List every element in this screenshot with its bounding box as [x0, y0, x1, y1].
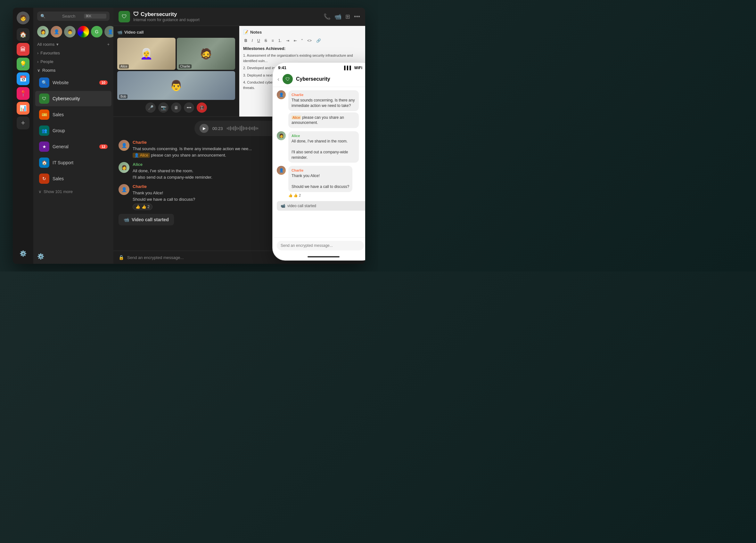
it-support-room-icon: 🏠 [39, 158, 49, 168]
general-badge: 12 [99, 144, 108, 149]
show-more-btn[interactable]: ∨ Show 101 more [33, 187, 113, 197]
contact-avatar-3[interactable]: 👨 [64, 26, 76, 37]
cam-btn[interactable]: 📷 [158, 103, 168, 113]
outdent-btn[interactable]: ⇤ [292, 38, 298, 44]
list-btn[interactable]: ≡ [270, 38, 275, 44]
underline-btn[interactable]: U [256, 38, 261, 44]
reaction-thumbs-up[interactable]: 👍 👍 2 [133, 204, 152, 210]
play-btn[interactable]: ▶ [200, 124, 209, 133]
contact-avatar-2[interactable]: 👤 [51, 26, 62, 37]
ordered-list-btn[interactable]: 1. [277, 38, 283, 44]
add-room-btn[interactable]: + [107, 42, 110, 47]
favourites-label: Favourites [40, 51, 60, 55]
charlie-text-1: That sounds concerning. Is there any imm… [133, 146, 252, 158]
screen-btn[interactable]: 🖥 [171, 103, 181, 113]
mobile-message-alice: 👩 Alice All done, I've shared in the roo… [277, 131, 365, 163]
search-box[interactable]: 🔍 Search ⌘K [37, 12, 110, 21]
audio-duration: 00:23 [212, 126, 223, 131]
sidebar-item-sales2[interactable]: ↻ Sales [35, 171, 111, 186]
bob-video: 👨 [117, 71, 235, 100]
group-room-label: Group [53, 128, 65, 133]
apps-icon[interactable]: ⊞ [345, 13, 350, 20]
rooms-section-header: ∨ Rooms [33, 66, 113, 75]
alice-text: All done, I've shared in the room. I'll … [133, 168, 212, 180]
more-options-icon[interactable]: ••• [354, 13, 360, 20]
settings-btn[interactable]: ⚙️ [37, 253, 110, 260]
contact-avatar-1[interactable]: 👩 [37, 26, 49, 37]
alice-name: Alice [133, 162, 212, 167]
mobile-charlie-bubble-1: Charlie That sounds concerning. Is there… [288, 90, 359, 128]
mobile-reaction-count: 👍 2 [293, 193, 301, 198]
video-cell-alice: 👩‍🦳 Alice [117, 38, 176, 70]
bob-label: Bob [119, 95, 127, 99]
video-cell-bob: 👨 Bob [117, 71, 235, 100]
mobile-charlie-text-1: That sounds concerning. Is there any imm… [292, 98, 356, 109]
mobile-bubble-alice: Alice All done, I've shared in the room.… [288, 131, 359, 163]
lock-icon: 🔒 [119, 255, 124, 260]
shield-verified-icon: 🛡 [133, 11, 139, 18]
notes-icon: 📝 [243, 30, 248, 35]
indent-btn[interactable]: ⇥ [285, 38, 291, 44]
mobile-room-name: Cybersecurity [296, 76, 330, 82]
video-icon[interactable]: 📹 [334, 13, 341, 20]
mobile-alice-mention: Alice [292, 116, 301, 119]
contact-avatar-5[interactable]: G [91, 26, 103, 37]
cybersecurity-room-label: Cybersecurity [53, 96, 80, 101]
back-btn[interactable]: ‹ [277, 76, 279, 83]
calendar-nav-btn[interactable]: 📅 [17, 72, 29, 85]
app-window: 🧑 🏠 🏛 💡 📅 📍 📊 + ⚙️ 🔍 Search ⌘K 👩 👤 👨 G � [13, 8, 365, 264]
strike-btn[interactable]: S [263, 38, 268, 44]
video-call-label: Video call started [132, 217, 169, 222]
sidebar-item-sales[interactable]: 🎫 Sales [35, 107, 111, 122]
sidebar-item-group[interactable]: 👥 Group [35, 123, 111, 138]
video-grid: 👩‍🦳 Alice 🧔 Charlie 👨 [117, 38, 235, 100]
sidebar-item-cybersecurity[interactable]: 🛡 Cybersecurity [35, 91, 111, 106]
settings-nav-btn[interactable]: ⚙️ [17, 247, 29, 260]
location-nav-btn[interactable]: 📍 [17, 87, 29, 100]
light-nav-btn[interactable]: 💡 [17, 58, 29, 70]
more-btn[interactable]: ••• [184, 103, 194, 113]
favourites-section[interactable]: › Favourites [33, 49, 113, 57]
show-more-label: Show 101 more [44, 189, 73, 194]
home-nav-btn[interactable]: 🏠 [17, 28, 29, 41]
chevron-down-icon: ∨ [37, 68, 40, 73]
sidebar-item-website[interactable]: 🔍 Website 10 [35, 75, 111, 90]
mute-btn[interactable]: 🎤 [145, 103, 156, 113]
mobile-message-input[interactable] [277, 241, 364, 251]
add-nav-btn[interactable]: + [17, 117, 29, 129]
mobile-reaction[interactable]: 👍 👍 2 [288, 193, 301, 198]
audio-message: ▶ 00:23 [194, 121, 284, 136]
search-icon: 🔍 [40, 14, 60, 19]
people-section[interactable]: › People [33, 57, 113, 66]
video-icon: 📹 [124, 217, 129, 222]
mobile-indicators: ▌▌▌ WiFi 🔋 [344, 66, 365, 70]
chart-nav-btn[interactable]: 📊 [17, 102, 29, 115]
sidebar-item-general[interactable]: ★ General 12 [35, 139, 111, 154]
link-btn[interactable]: 🔗 [315, 38, 322, 44]
phone-icon[interactable]: 📞 [324, 13, 331, 20]
input-placeholder[interactable]: Send an encrypted message... [127, 255, 184, 260]
notes-heading: Milestones Achieved: [243, 46, 361, 51]
quote-btn[interactable]: " [300, 38, 304, 44]
mobile-status-bar: 9:41 ▌▌▌ WiFi 🔋 [273, 63, 365, 71]
wifi-icon: WiFi [354, 66, 362, 70]
end-call-btn[interactable]: 📵 [197, 103, 207, 113]
code-btn[interactable]: <> [306, 38, 313, 44]
mobile-charlie-name-1: Charlie [292, 93, 356, 97]
bank-nav-btn[interactable]: 🏛 [17, 43, 29, 56]
alice-mention-tag: 👤 Alice [133, 153, 150, 158]
website-room-icon: 🔍 [39, 78, 49, 88]
icon-bar: 🧑 🏠 🏛 💡 📅 📍 📊 + ⚙️ [13, 8, 33, 264]
italic-btn[interactable]: I [251, 38, 254, 44]
all-rooms-header[interactable]: All rooms ▾ + [33, 40, 113, 49]
charlie-avatar-1: 👤 [119, 140, 129, 151]
contact-avatar-4[interactable] [78, 26, 89, 37]
bold-btn[interactable]: B [243, 38, 249, 44]
mobile-mention-text: Alice please can you share an announceme… [292, 115, 356, 126]
video-controls: 🎤 📷 🖥 ••• 📵 [117, 103, 235, 113]
sidebar-item-it-support[interactable]: 🏠 IT Support [35, 155, 111, 170]
user-avatar[interactable]: 🧑 [17, 12, 29, 24]
charlie-name-2: Charlie [133, 184, 195, 189]
mobile-bubble-charlie-2: Charlie Thank you Alice!Should we have a… [288, 166, 352, 192]
search-input-label[interactable]: Search [62, 14, 81, 19]
